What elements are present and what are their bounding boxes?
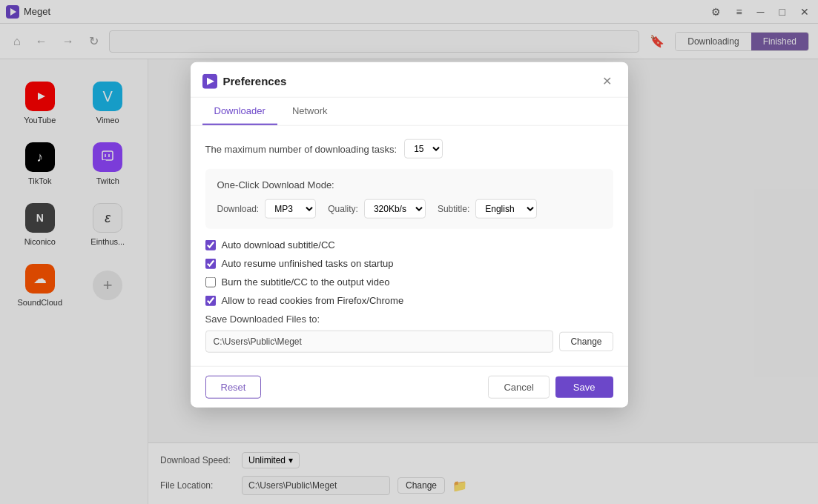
allow-cookies-label: Allow to read cookies from Firefox/Chrom…: [222, 295, 404, 306]
max-tasks-label: The maximum number of downloading tasks:: [205, 143, 398, 154]
save-path-row: Change: [205, 331, 613, 353]
auto-subtitle-checkbox[interactable]: [205, 239, 216, 250]
allow-cookies-checkbox[interactable]: [205, 295, 216, 305]
dialog-close-button[interactable]: ✕: [598, 73, 616, 90]
allow-cookies-row: Allow to read cookies from Firefox/Chrom…: [205, 295, 613, 306]
save-path-section: Save Downloaded Files to: Change: [205, 314, 613, 353]
subtitle-select[interactable]: English Chinese Spanish French: [475, 199, 537, 219]
download-format-group: Download: MP3 MP4 AAC FLAC: [217, 199, 317, 219]
save-path-label: Save Downloaded Files to:: [205, 314, 613, 325]
auto-subtitle-row: Auto download subtitle/CC: [205, 239, 613, 251]
max-tasks-row: The maximum number of downloading tasks:…: [205, 139, 613, 159]
one-click-row: Download: MP3 MP4 AAC FLAC Quality: 320K…: [217, 199, 601, 219]
auto-resume-checkbox[interactable]: [205, 258, 216, 268]
save-path-input[interactable]: [205, 331, 554, 353]
auto-resume-label: Auto resume unfinished tasks on startup: [222, 258, 394, 269]
subtitle-label: Subtitle:: [438, 204, 469, 214]
cancel-button[interactable]: Cancel: [488, 376, 549, 399]
preferences-dialog: Preferences ✕ Downloader Network The max…: [191, 62, 628, 408]
one-click-title: One-Click Download Mode:: [217, 179, 601, 190]
auto-subtitle-label: Auto download subtitle/CC: [222, 239, 335, 251]
download-format-label: Download:: [217, 204, 260, 214]
dialog-body: The maximum number of downloading tasks:…: [191, 126, 628, 366]
max-tasks-select[interactable]: 5 10 15 20 25: [404, 139, 443, 159]
auto-resume-row: Auto resume unfinished tasks on startup: [205, 258, 613, 269]
burn-subtitle-row: Burn the subtitle/CC to the output video: [205, 276, 613, 288]
tab-downloader[interactable]: Downloader: [202, 98, 277, 125]
quality-group: Quality: 320Kb/s 256Kb/s 128Kb/s: [328, 199, 426, 219]
save-button[interactable]: Save: [555, 377, 613, 398]
dialog-footer: Reset Cancel Save: [191, 366, 628, 408]
quality-select[interactable]: 320Kb/s 256Kb/s 128Kb/s: [364, 199, 426, 219]
burn-subtitle-checkbox[interactable]: [205, 276, 216, 287]
tab-network[interactable]: Network: [280, 98, 340, 125]
save-path-change-button[interactable]: Change: [559, 332, 613, 351]
quality-label: Quality:: [328, 204, 358, 214]
download-format-select[interactable]: MP3 MP4 AAC FLAC: [265, 199, 316, 219]
dialog-header: Preferences ✕: [191, 62, 628, 98]
one-click-section: One-Click Download Mode: Download: MP3 M…: [205, 169, 613, 229]
dialog-tabs: Downloader Network: [191, 98, 628, 126]
dialog-logo-icon: [202, 73, 217, 88]
subtitle-group: Subtitle: English Chinese Spanish French: [438, 199, 537, 219]
burn-subtitle-label: Burn the subtitle/CC to the output video: [222, 276, 390, 288]
reset-button[interactable]: Reset: [205, 376, 262, 399]
dialog-title: Preferences: [223, 75, 592, 87]
